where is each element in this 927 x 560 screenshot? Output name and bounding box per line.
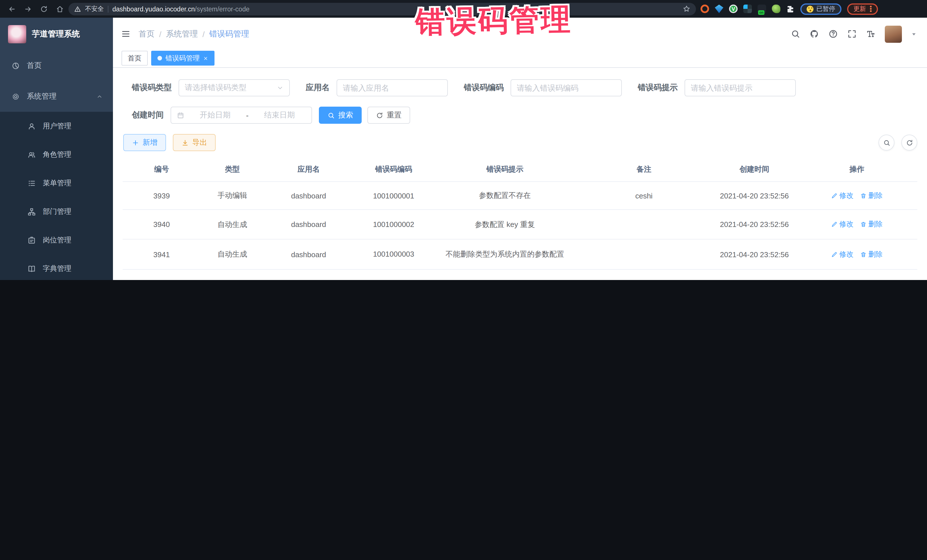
address-bar[interactable]: 不安全 dashboard.yudao.iocoder.cn/system/er… (68, 3, 696, 15)
header-actions (791, 25, 917, 42)
search-button[interactable]: 搜索 (319, 107, 362, 124)
home-icon[interactable] (56, 5, 64, 13)
sidebar-item-home[interactable]: 首页 (0, 50, 113, 81)
table-toolbar: 新增 导出 (123, 134, 917, 151)
row-create-time: 2021-04-20 23:52:56 (712, 240, 796, 269)
bookmark-star-icon[interactable] (683, 5, 690, 12)
row-code: 1001000004 (353, 269, 434, 280)
column-header: 操作 (796, 159, 917, 182)
error-code-label: 错误码编码 (464, 83, 504, 93)
green-sprite-extension-icon[interactable] (772, 5, 780, 13)
sidebar-item-post-mgmt[interactable]: 岗位管理 (0, 226, 113, 254)
search-icon (883, 139, 890, 146)
tab-active错误码管理[interactable]: 错误码管理 (151, 51, 214, 65)
date-range-separator: - (246, 111, 249, 120)
search-icon[interactable] (791, 29, 800, 39)
url-text: dashboard.yudao.iocoder.cn/system/error-… (112, 5, 249, 12)
delete-link[interactable]: 删除 (860, 279, 883, 280)
reload-icon[interactable] (40, 5, 48, 13)
row-id: 3941 (123, 240, 201, 269)
on-badge: on (758, 10, 765, 15)
row-memo (576, 209, 712, 240)
column-header: 错误码提示 (434, 159, 576, 182)
breadcrumb-item[interactable]: 首页 (138, 29, 155, 39)
forward-icon[interactable] (24, 5, 32, 13)
error-code-input[interactable] (517, 83, 615, 92)
breadcrumb-item: 错误码管理 (209, 29, 249, 39)
error-hint-input[interactable] (691, 83, 790, 92)
green-check-extension-icon[interactable]: V (729, 5, 738, 13)
sidebar-item-dict-mgmt[interactable]: 字典管理 (0, 254, 113, 280)
edit-pen-icon (831, 193, 837, 199)
date-range-picker[interactable]: 开始日期 - 结束日期 (170, 107, 312, 124)
delete-link[interactable]: 删除 (860, 191, 883, 200)
browser-menu-icon[interactable] (870, 6, 871, 12)
sidebar-item-user-mgmt[interactable]: 用户管理 (0, 112, 113, 140)
sidebar-item-dept-mgmt[interactable]: 部门管理 (0, 197, 113, 226)
org-tree-icon (27, 207, 36, 216)
row-memo (576, 269, 712, 280)
browser-update-button[interactable]: 更新 (847, 3, 878, 15)
sidebar: 芋道管理系统 首页系统管理用户管理角色管理菜单管理部门管理岗位管理字典管理通知公… (0, 18, 113, 280)
edit-link[interactable]: 修改 (831, 279, 853, 280)
delete-link[interactable]: 删除 (860, 220, 883, 229)
delete-label: 删除 (868, 279, 883, 280)
export-button[interactable]: 导出 (173, 134, 216, 151)
row-type: 自动生成 (201, 240, 264, 269)
sidebar-item-label: 首页 (27, 61, 103, 71)
edit-link[interactable]: 修改 (831, 249, 853, 259)
column-header: 应用名 (264, 159, 353, 182)
row-code: 1001000001 (353, 182, 434, 209)
paused-profile-chip[interactable]: 已暂停 (800, 3, 842, 15)
refresh-table-button[interactable] (901, 135, 917, 150)
row-type: 自动生成 (201, 269, 264, 280)
trash-icon (860, 193, 866, 199)
edit-link[interactable]: 修改 (831, 220, 853, 229)
sidebar-item-menu-mgmt[interactable]: 菜单管理 (0, 169, 113, 197)
row-app: dashboard (264, 269, 353, 280)
filter-row-1: 错误码类型 请选择错误码类型 应用名 错误码编码 错误码提示 (123, 79, 917, 96)
blue-grid-extension-icon[interactable] (743, 5, 752, 13)
chevron-down-icon (277, 84, 284, 91)
reset-button[interactable]: 重置 (368, 107, 410, 124)
font-size-icon[interactable] (866, 29, 876, 39)
show-search-toggle-button[interactable] (878, 135, 895, 150)
edit-link[interactable]: 修改 (831, 191, 853, 200)
delete-link[interactable]: 删除 (860, 249, 883, 259)
avatar[interactable] (885, 25, 902, 42)
help-icon[interactable] (828, 29, 838, 39)
sidebar-item-label: 字典管理 (43, 264, 103, 273)
row-memo (576, 240, 712, 269)
delete-label: 删除 (868, 249, 883, 259)
row-id: 3939 (123, 182, 201, 209)
row-actions: 修改删除 (796, 240, 917, 269)
add-button[interactable]: 新增 (123, 134, 166, 151)
app-logo-row[interactable]: 芋道管理系统 (0, 18, 113, 50)
edit-label: 修改 (839, 249, 853, 259)
tab-首页[interactable]: 首页 (122, 51, 148, 65)
row-id: 3940 (123, 209, 201, 240)
main-area: 首页/系统管理/错误码管理 首页错误码管理 错误码类型 请选择错 (113, 18, 927, 280)
dashboard-icon (11, 61, 20, 70)
breadcrumb-item[interactable]: 系统管理 (166, 29, 198, 39)
app-name-input[interactable] (343, 83, 442, 92)
browser-extensions: V on 已暂停 更新 (701, 3, 878, 15)
row-hint: 参数配置不存在 (434, 182, 576, 209)
id-badge-icon (27, 236, 36, 244)
extensions-puzzle-icon[interactable] (786, 5, 795, 13)
orange-ring-extension-icon[interactable] (701, 5, 709, 13)
user-menu-caret-icon[interactable] (911, 31, 917, 37)
vpn-extension-icon[interactable]: on (758, 5, 766, 13)
app-name-label: 应用名 (306, 83, 330, 93)
sidebar-item-role-mgmt[interactable]: 角色管理 (0, 140, 113, 169)
error-type-select[interactable]: 请选择错误码类型 (179, 79, 290, 96)
back-icon[interactable] (8, 5, 16, 13)
collapse-menu-icon[interactable] (121, 29, 131, 39)
fullscreen-icon[interactable] (847, 29, 857, 39)
blue-gem-extension-icon[interactable] (715, 5, 723, 13)
not-secure-warning-icon (74, 5, 81, 12)
sidebar-item-system[interactable]: 系统管理 (0, 81, 113, 112)
tab-bar: 首页错误码管理 (113, 50, 927, 68)
app-logo (8, 25, 26, 43)
github-icon[interactable] (810, 29, 819, 39)
